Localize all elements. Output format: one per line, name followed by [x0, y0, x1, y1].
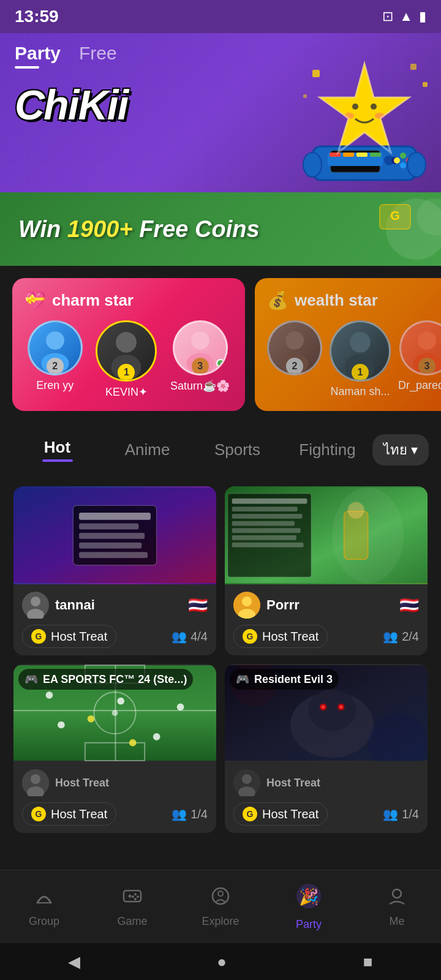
svg-rect-61 [232, 535, 296, 540]
svg-point-31 [116, 332, 137, 353]
host-treat-icon: G [31, 629, 46, 644]
status-time: 13:59 [15, 7, 59, 26]
nav-game[interactable]: Game [88, 880, 176, 934]
filter-tabs: Hot Anime Sports Fighting ไทย ▾ [0, 423, 441, 477]
svg-point-29 [46, 331, 64, 350]
people-icon-3: 👥 [172, 807, 187, 821]
svg-point-99 [134, 893, 137, 895]
jump-force-treat-row: G Host Treat 👥 2/4 [233, 625, 419, 648]
svg-point-35 [285, 331, 304, 350]
svg-point-74 [117, 698, 124, 705]
demon-slayer-user-row: tannai 🇹🇭 [22, 592, 208, 619]
charm-avatar-1: 2 [28, 320, 83, 375]
game-card-jump-force[interactable]: 🎮 Jump Force [225, 486, 428, 655]
wealth-avatar-2: 1 [330, 320, 391, 382]
svg-rect-57 [232, 507, 298, 511]
rank-badge: 3 [418, 358, 435, 375]
nav-party[interactable]: 🎉 Party [265, 876, 353, 937]
game-card-resident-evil[interactable]: 🎮 Resident Evil 3 [225, 664, 428, 833]
svg-rect-43 [79, 513, 151, 520]
recent-button[interactable]: ■ [363, 952, 373, 971]
filter-tab-hot[interactable]: Hot [12, 429, 102, 470]
game-icon-ea: 🎮 [24, 673, 38, 686]
wealth-icon: 💰 [267, 290, 288, 311]
player-count: 👥 4/4 [172, 629, 208, 644]
ea-sports-user-row: Host Treat [22, 769, 208, 796]
wealth-user-name-3: Dr_paredes [398, 379, 441, 392]
svg-rect-53 [344, 511, 368, 559]
hero-tab-free[interactable]: Free [79, 43, 117, 69]
svg-point-37 [350, 332, 371, 353]
svg-rect-59 [232, 521, 295, 526]
home-button[interactable]: ● [217, 952, 227, 971]
charm-user-name-1: Eren yy [36, 379, 74, 392]
rank-badge: 2 [47, 358, 64, 375]
svg-point-21 [394, 157, 400, 164]
svg-point-5 [352, 104, 358, 110]
re-avatar [233, 769, 260, 796]
filter-tab-anime[interactable]: Anime [102, 432, 192, 468]
filter-tab-fighting[interactable]: Fighting [282, 432, 372, 468]
demon-slayer-visual [13, 486, 216, 584]
porrr-avatar [233, 592, 260, 619]
wealth-star-card[interactable]: 💰 wealth star 2 [255, 278, 441, 411]
svg-point-78 [46, 692, 53, 699]
explore-icon [210, 886, 231, 911]
charm-avatars: 2 Eren yy 1 KEVIN✦ [24, 320, 233, 399]
charm-star-card[interactable]: 💝 charm star 2 Eren yy [12, 278, 245, 411]
promo-banner[interactable]: Win 1900+ Free Coins G [0, 192, 441, 266]
hero-tab-party[interactable]: Party [15, 43, 61, 69]
host-treat-icon-3: G [31, 807, 46, 821]
nav-explore[interactable]: Explore [176, 880, 265, 934]
nav-me[interactable]: Me [353, 880, 441, 934]
game-card-demon-slayer[interactable]: 🎮 Demon Slayer [13, 486, 216, 655]
svg-point-89 [339, 705, 343, 709]
svg-point-79 [177, 703, 184, 710]
re-username: Host Treat [266, 777, 413, 790]
people-icon-2: 👥 [383, 629, 398, 644]
svg-point-39 [418, 331, 436, 350]
wealth-user-name-2: Naman sh... [330, 385, 390, 398]
svg-point-70 [112, 710, 118, 716]
host-treat-label: Host Treat [51, 630, 107, 644]
resident-evil-user-row: Host Treat [233, 769, 419, 796]
ea-sports-info: Host Treat G Host Treat 👥 1/4 [13, 762, 216, 833]
svg-point-102 [132, 895, 134, 898]
charm-avatar-2: 1 [96, 320, 157, 382]
svg-rect-60 [232, 528, 301, 533]
charm-user-name-2: KEVIN✦ [105, 385, 148, 399]
player-count-3: 👥 1/4 [172, 807, 208, 821]
banner-decoration: G [318, 192, 441, 266]
back-button[interactable]: ◀ [68, 952, 80, 971]
resident-evil-treat-row: G Host Treat 👥 1/4 [233, 802, 419, 826]
svg-rect-58 [232, 514, 303, 519]
svg-point-81 [31, 774, 40, 784]
wealth-user-1: 2 [267, 320, 322, 398]
jump-force-user-row: Porrr 🇹🇭 [233, 592, 419, 619]
host-treat-icon-2: G [243, 629, 257, 644]
wealth-avatars: 2 1 Naman sh... [267, 320, 441, 398]
nav-group[interactable]: Group [0, 880, 88, 934]
nav-game-label: Game [117, 915, 147, 928]
game-icon-re: 🎮 [236, 673, 249, 686]
filter-tab-sports[interactable]: Sports [192, 432, 282, 468]
svg-rect-46 [79, 543, 141, 549]
promo-text: Win 1900+ Free Coins [18, 216, 260, 243]
host-treat-badge-2: G Host Treat [233, 625, 328, 648]
resident-evil-info: Host Treat G Host Treat 👥 1/4 [225, 762, 428, 833]
svg-rect-2 [423, 82, 428, 87]
host-treat-icon-4: G [243, 807, 257, 821]
jump-force-info: Porrr 🇹🇭 G Host Treat 👥 2/4 [225, 584, 428, 655]
game-card-ea-sports[interactable]: 🎮 EA SPORTS FC™ 24 (Ste...) [13, 664, 216, 833]
svg-point-22 [303, 153, 322, 177]
card-title-row-wealth: 💰 wealth star [267, 290, 441, 311]
me-icon [386, 886, 407, 911]
svg-point-49 [31, 597, 40, 606]
ea-sports-thumbnail: 🎮 EA SPORTS FC™ 24 (Ste...) [13, 664, 216, 762]
charm-title: charm star [52, 291, 134, 310]
language-button[interactable]: ไทย ▾ [372, 434, 429, 466]
demon-slayer-treat-row: G Host Treat 👥 4/4 [22, 625, 208, 648]
player-count-value-2: 2/4 [402, 630, 419, 644]
svg-point-88 [322, 705, 325, 709]
bottom-nav: Group Game Explore [0, 870, 441, 943]
